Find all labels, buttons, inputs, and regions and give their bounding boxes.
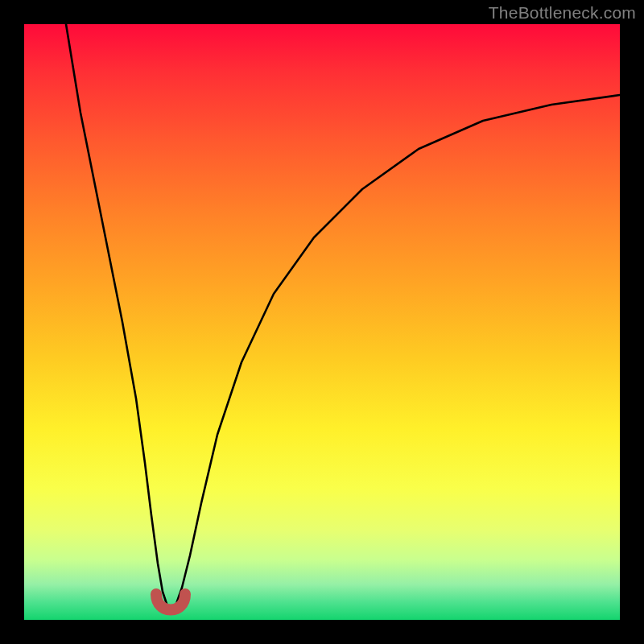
dip-marker [156,594,185,610]
plot-area [24,24,620,620]
chart-frame: TheBottleneck.com [0,0,644,644]
bottleneck-curve [66,24,620,609]
chart-svg [24,24,620,620]
watermark-text: TheBottleneck.com [489,3,636,23]
